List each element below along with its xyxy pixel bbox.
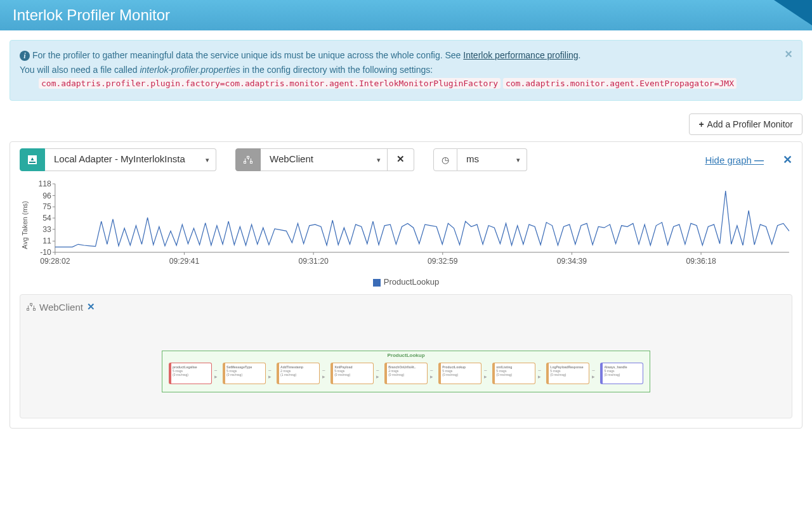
workflow-node[interactable]: BranchOnUrlIsHt..2 msgs(0 ms/msg) xyxy=(384,363,428,384)
header-decoration xyxy=(774,0,812,25)
workflow-select[interactable]: WebClient xyxy=(261,148,388,171)
clear-workflow-button[interactable]: ✕ xyxy=(388,148,414,171)
arrow-icon: -- ▸ xyxy=(592,367,598,380)
time-unit-icon xyxy=(433,148,457,171)
add-monitor-button[interactable]: Add a Profiler Monitor xyxy=(689,113,802,135)
monitor-panel: Local Adapter - MyInterlokInsta WebClien… xyxy=(10,141,802,429)
svg-text:33: 33 xyxy=(43,225,51,234)
svg-text:11: 11 xyxy=(43,236,51,245)
workflow-node[interactable]: Always_handle5 msgs(0 ms/msg) xyxy=(600,363,643,384)
diagram-close-icon[interactable]: ✕ xyxy=(87,301,95,313)
chart-legend: ProductLookup xyxy=(20,277,792,287)
diagram-panel: WebClient ✕ ProductLookup productLegalis… xyxy=(20,294,792,418)
svg-text:09:31:20: 09:31:20 xyxy=(298,257,329,266)
workflow-node[interactable]: XmlPayload5 msgs(0 ms/msg) xyxy=(331,363,374,384)
hide-graph-toggle[interactable]: Hide graph — xyxy=(705,155,764,165)
arrow-icon: -- ▸ xyxy=(538,367,544,380)
svg-text:75: 75 xyxy=(43,202,51,211)
workflow-node[interactable]: xmlListing5 msgs(0 ms/msg) xyxy=(492,363,535,384)
workflow-label: ProductLookup xyxy=(387,352,424,358)
workflow-node[interactable]: productLegalise5 msgs(0 ms/msg) xyxy=(169,363,212,384)
legend-label: ProductLookup xyxy=(384,277,439,287)
info-icon: i xyxy=(20,51,30,61)
plus-icon xyxy=(698,119,707,129)
alert-close-icon[interactable]: × xyxy=(785,47,792,61)
svg-text:96: 96 xyxy=(43,191,51,200)
info-alert: × i For the profiler to gather meaningfu… xyxy=(10,40,802,101)
setting-line: com.adaptris.profiler.plugin.factory=com… xyxy=(39,78,501,89)
workflow-node[interactable]: LogPayloadResponse5 msgs(0 ms/msg) xyxy=(546,363,589,384)
unit-select[interactable]: ms xyxy=(457,148,527,171)
y-axis-label: Avg Taken (ms) xyxy=(21,201,29,249)
svg-text:09:29:41: 09:29:41 xyxy=(169,257,200,266)
workflow-node[interactable]: AddTimestamp2 msgs(1 ms/msg) xyxy=(277,363,320,384)
adapter-icon xyxy=(20,148,45,171)
svg-text:09:28:02: 09:28:02 xyxy=(40,257,70,266)
remove-monitor-button[interactable]: ✕ xyxy=(783,153,792,167)
alert-intro: For the profiler to gather meaningful da… xyxy=(32,50,463,60)
workflow-node[interactable]: ProductLookup5 msgs(0 ms/msg) xyxy=(438,363,481,384)
monitor-controls: Local Adapter - MyInterlokInsta WebClien… xyxy=(20,148,792,171)
svg-text:118: 118 xyxy=(38,179,51,188)
profiling-link[interactable]: Interlok performance profiling xyxy=(463,50,578,60)
alert-line2-pre: You will also need a file called xyxy=(20,65,140,75)
svg-text:09:32:59: 09:32:59 xyxy=(428,257,458,266)
page-header: Interlok Profiler Monitor xyxy=(0,0,812,30)
chart-svg: Avg Taken (ms) -101133547596118 09:28:02… xyxy=(20,178,792,273)
legend-swatch xyxy=(373,279,381,287)
alert-filename: interlok-profiler.properties xyxy=(140,65,240,75)
chart: Avg Taken (ms) -101133547596118 09:28:02… xyxy=(20,178,792,287)
adapter-select[interactable]: Local Adapter - MyInterlokInsta xyxy=(45,148,216,171)
svg-text:09:34:39: 09:34:39 xyxy=(557,257,587,266)
workflow-node[interactable]: SetMessageType5 msgs(0 ms/msg) xyxy=(223,363,266,384)
workflow-icon xyxy=(235,148,261,171)
svg-text:-10: -10 xyxy=(40,248,51,257)
hierarchy-icon xyxy=(27,303,36,311)
workflow-box: ProductLookup productLegalise5 msgs(0 ms… xyxy=(162,351,650,392)
arrow-icon: -- ▸ xyxy=(214,367,220,380)
arrow-icon: -- ▸ xyxy=(484,367,490,380)
page-title: Interlok Profiler Monitor xyxy=(13,6,170,23)
arrow-icon: -- ▸ xyxy=(430,367,436,380)
svg-text:09:36:18: 09:36:18 xyxy=(686,257,716,266)
alert-settings-list: com.adaptris.profiler.plugin.factory=com… xyxy=(39,78,780,91)
setting-line: com.adaptris.monitor.agent.EventPropagat… xyxy=(503,78,737,89)
alert-line2-post: in the config directory with the followi… xyxy=(243,65,433,75)
svg-text:54: 54 xyxy=(43,214,51,223)
diagram-title: WebClient ✕ xyxy=(27,301,785,313)
arrow-icon: -- ▸ xyxy=(322,367,328,380)
arrow-icon: -- ▸ xyxy=(376,367,382,380)
arrow-icon: -- ▸ xyxy=(268,367,274,380)
